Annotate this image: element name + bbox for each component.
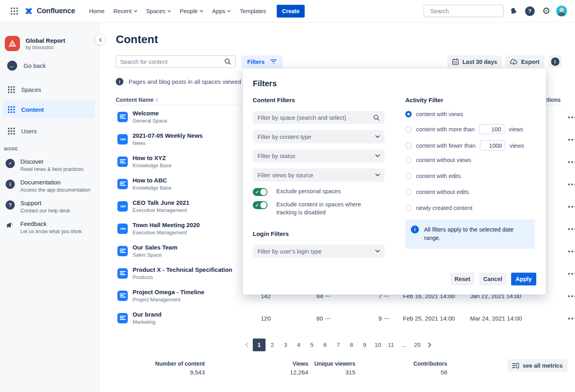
page-number[interactable]: 8: [345, 339, 358, 351]
row-actions-menu-icon[interactable]: [566, 226, 575, 232]
confluence-logo[interactable]: Confluence: [24, 6, 75, 16]
report-info-button[interactable]: i: [548, 55, 562, 68]
go-back-button[interactable]: ← Go back: [7, 61, 46, 71]
page-number[interactable]: 11: [385, 339, 397, 351]
row-actions-menu-icon[interactable]: [566, 159, 575, 165]
row-actions-menu-icon[interactable]: [566, 249, 575, 254]
logo-text: Confluence: [37, 7, 75, 15]
content-title[interactable]: Town Hall Meeting 2020: [133, 222, 200, 228]
see-all-metrics-button[interactable]: see all metrics: [508, 359, 567, 372]
column-header-content-name[interactable]: Content Name: [116, 97, 159, 103]
pagination-next-icon[interactable]: [424, 339, 435, 351]
page-number[interactable]: 10: [371, 339, 384, 351]
sidebar-item-users[interactable]: Users: [2, 122, 95, 140]
reset-button[interactable]: Reset: [450, 273, 474, 285]
notifications-button[interactable]: [507, 5, 520, 18]
row-actions-menu-icon[interactable]: [566, 137, 575, 143]
toggle-on[interactable]: ✓: [253, 201, 268, 209]
radio[interactable]: [405, 205, 412, 211]
page-number[interactable]: 2: [266, 339, 279, 351]
content-title[interactable]: CEO Talk June 2021: [133, 199, 189, 206]
radio-selected[interactable]: [405, 111, 412, 117]
app-header: Global Report by bitvoodoo: [5, 36, 65, 51]
details-dots-icon[interactable]: [384, 318, 389, 319]
content-title[interactable]: How to ABC: [133, 177, 167, 184]
radio[interactable]: [405, 173, 412, 179]
help-button[interactable]: ?: [523, 5, 536, 18]
views-source-select[interactable]: Filter views by source: [253, 168, 385, 182]
toggle-on[interactable]: ✓: [253, 188, 268, 196]
nav-people[interactable]: People: [175, 6, 208, 17]
radio-without-views: content without views: [405, 157, 471, 163]
sidebar-item-feedback[interactable]: Feedback Let us know what you think: [6, 220, 95, 234]
radio[interactable]: [405, 143, 412, 149]
sidebar-item-discover[interactable]: Discover Read news & best practices: [6, 158, 95, 172]
more-than-views-input[interactable]: [479, 124, 504, 134]
page-number[interactable]: 6: [319, 339, 331, 351]
views-cell: 120: [243, 315, 271, 322]
global-search-input[interactable]: [430, 8, 505, 14]
date-range-button[interactable]: Last 30 days: [447, 55, 502, 68]
metric-contributors: Contributors 56: [413, 360, 447, 376]
page-number[interactable]: 1: [253, 339, 266, 351]
row-actions-menu-icon[interactable]: [566, 182, 575, 187]
question-icon: ?: [6, 200, 15, 210]
radio[interactable]: [405, 189, 412, 195]
fewer-than-views-input[interactable]: [480, 141, 505, 150]
space-filter-field[interactable]: Filter by space (search and select): [253, 111, 385, 124]
user-avatar[interactable]: [556, 6, 567, 16]
page-number[interactable]: 20: [411, 339, 424, 351]
content-type-select[interactable]: Filter by content type: [253, 130, 385, 143]
sidebar-collapse-button[interactable]: [95, 34, 106, 45]
page-number[interactable]: 9: [358, 339, 371, 351]
page-number[interactable]: 5: [305, 339, 318, 351]
content-space: Executive Management: [133, 230, 187, 236]
row-actions-menu-icon[interactable]: [566, 271, 575, 277]
sort-icon: [155, 97, 159, 102]
nav-apps[interactable]: Apps: [208, 6, 235, 17]
content-filters-label: Content Filters: [253, 97, 295, 103]
page-number[interactable]: 4: [292, 339, 305, 351]
global-search[interactable]: [424, 5, 504, 17]
sidebar-item-documentation[interactable]: i Documentation Access the app documenta…: [6, 179, 95, 193]
row-actions-menu-icon[interactable]: [566, 115, 575, 120]
page-number[interactable]: 3: [279, 339, 292, 351]
row-actions-menu-icon[interactable]: [566, 293, 575, 299]
content-search-input[interactable]: [120, 59, 221, 65]
details-dots-icon[interactable]: [384, 295, 389, 297]
content-title[interactable]: Project Omega - Timeline: [133, 289, 204, 295]
create-button[interactable]: Create: [277, 5, 305, 18]
details-dots-icon[interactable]: [325, 318, 331, 319]
apply-button[interactable]: Apply: [511, 273, 536, 285]
nav-spaces[interactable]: Spaces: [142, 6, 175, 17]
more-section-label: MORE: [4, 147, 18, 151]
cancel-button[interactable]: Cancel: [479, 273, 506, 285]
sidebar-item-spaces[interactable]: Spaces: [2, 81, 95, 98]
content-title[interactable]: Our brand: [133, 311, 162, 318]
filters-button[interactable]: Filters: [241, 55, 283, 68]
nav-recent[interactable]: Recent: [109, 6, 142, 17]
sidebar: Global Report by bitvoodoo ← Go back Spa…: [0, 22, 99, 392]
radio[interactable]: [405, 126, 412, 133]
content-title[interactable]: How to XYZ: [133, 154, 166, 161]
details-dots-icon[interactable]: [325, 295, 331, 297]
nav-home[interactable]: Home: [85, 6, 109, 17]
sidebar-item-content[interactable]: Content: [2, 101, 95, 118]
login-type-select[interactable]: Filter by user’s login type: [253, 245, 385, 258]
pagination-prev-icon[interactable]: [241, 339, 252, 351]
settings-button[interactable]: ⚙: [540, 5, 553, 18]
radio[interactable]: [405, 157, 412, 163]
nav-templates[interactable]: Templates: [235, 6, 270, 17]
content-title[interactable]: Product X - Technical Specification: [133, 266, 232, 273]
row-actions-menu-icon[interactable]: [566, 316, 575, 321]
content-title[interactable]: Our Sales Team: [133, 244, 177, 251]
app-switcher-icon[interactable]: [8, 5, 21, 18]
content-title[interactable]: 2021-07-05 Weekly News: [133, 132, 203, 139]
export-button[interactable]: Export: [505, 55, 544, 68]
content-title[interactable]: Welcome: [133, 110, 159, 117]
row-actions-menu-icon[interactable]: [566, 204, 575, 210]
sidebar-item-support[interactable]: ? Support Contact our help desk: [6, 200, 95, 214]
content-search[interactable]: [116, 55, 236, 68]
status-select[interactable]: Filter by status: [253, 149, 385, 162]
page-number[interactable]: 7: [332, 339, 345, 351]
